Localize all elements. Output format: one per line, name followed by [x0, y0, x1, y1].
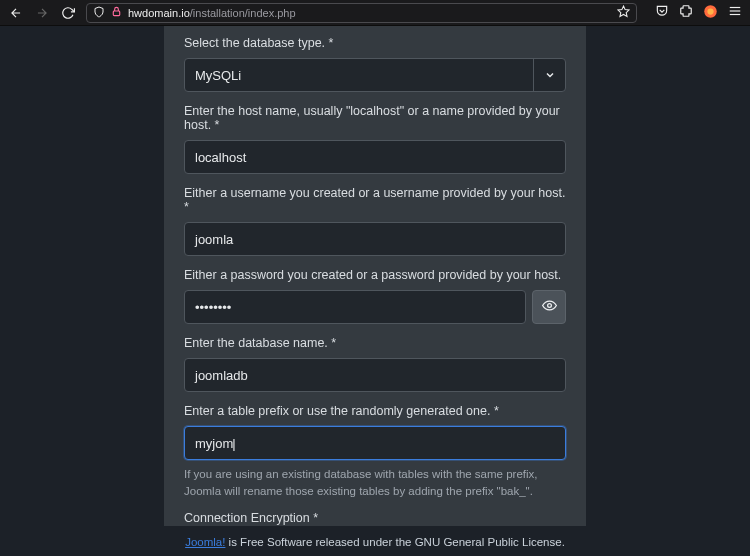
password-input[interactable]: •••••••• — [184, 290, 526, 324]
pocket-icon[interactable] — [655, 4, 669, 21]
footer-text: is Free Software released under the GNU … — [225, 536, 564, 548]
prefix-input[interactable]: myjom — [184, 426, 566, 460]
extensions-icon[interactable] — [679, 4, 693, 21]
shield-icon — [93, 6, 105, 20]
menu-icon[interactable] — [728, 4, 742, 21]
back-button[interactable] — [8, 5, 24, 21]
host-label: Enter the host name, usually "localhost"… — [184, 104, 566, 132]
username-value: joomla — [195, 232, 233, 247]
svg-point-7 — [547, 304, 551, 308]
svg-rect-0 — [113, 11, 119, 16]
host-input[interactable]: localhost — [184, 140, 566, 174]
svg-marker-1 — [618, 6, 629, 16]
joomla-link[interactable]: Joomla! — [185, 536, 225, 548]
eye-icon — [542, 298, 557, 316]
password-value: •••••••• — [195, 300, 231, 315]
bookmark-icon[interactable] — [617, 5, 630, 20]
forward-button[interactable] — [34, 5, 50, 21]
prefix-label: Enter a table prefix or use the randomly… — [184, 404, 566, 418]
password-label: Either a password you created or a passw… — [184, 268, 566, 282]
db-type-label: Select the database type. * — [184, 36, 566, 50]
username-input[interactable]: joomla — [184, 222, 566, 256]
svg-point-3 — [707, 8, 713, 14]
db-name-label: Enter the database name. * — [184, 336, 566, 350]
url-text: hwdomain.io/installation/index.php — [128, 7, 296, 19]
prefix-value: myjom — [195, 436, 236, 451]
db-type-value: MySQLi — [195, 68, 241, 83]
installer-form-panel: Select the database type. * MySQLi Enter… — [164, 26, 586, 526]
db-name-value: joomladb — [195, 368, 248, 383]
encryption-label: Connection Encryption * — [184, 511, 566, 525]
db-type-select[interactable]: MySQLi — [184, 58, 566, 92]
toggle-password-button[interactable] — [532, 290, 566, 324]
address-bar[interactable]: hwdomain.io/installation/index.php — [86, 3, 637, 23]
host-value: localhost — [195, 150, 246, 165]
username-label: Either a username you created or a usern… — [184, 186, 566, 214]
reload-button[interactable] — [60, 5, 76, 21]
prefix-hint: If you are using an existing database wi… — [184, 466, 566, 499]
lock-icon — [111, 6, 122, 19]
page-viewport: Select the database type. * MySQLi Enter… — [0, 26, 750, 556]
footer: Joomla! is Free Software released under … — [0, 526, 750, 556]
browser-toolbar: hwdomain.io/installation/index.php — [0, 0, 750, 26]
browser-logo-icon[interactable] — [703, 4, 718, 22]
db-name-input[interactable]: joomladb — [184, 358, 566, 392]
chevron-down-icon — [533, 59, 565, 91]
